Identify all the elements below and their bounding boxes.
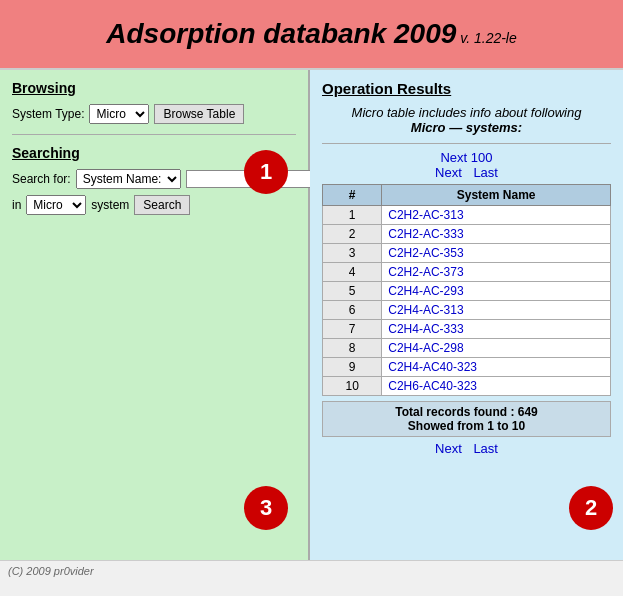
next100-link[interactable]: Next 100: [440, 150, 492, 165]
results-table: # System Name 1C2H2-AC-3132C2H2-AC-3333C…: [322, 184, 611, 396]
row-name: C2H6-AC40-323: [382, 377, 611, 396]
row-num: 9: [323, 358, 382, 377]
op-results-title: Operation Results: [322, 80, 611, 97]
nav-bottom-last-link[interactable]: Last: [473, 441, 498, 456]
table-row: 3C2H2-AC-353: [323, 244, 611, 263]
col-name-header: System Name: [382, 185, 611, 206]
search-system-row: in Micro Meso Macro system Search: [12, 195, 296, 215]
badge-3: 3: [244, 486, 288, 530]
right-panel: Operation Results Micro table includes i…: [310, 70, 623, 560]
divider-1: [12, 134, 296, 135]
table-row: 9C2H4-AC40-323: [323, 358, 611, 377]
table-row: 8C2H4-AC-298: [323, 339, 611, 358]
app-header: Adsorption databank 2009 v. 1.22-le: [0, 0, 623, 70]
row-num: 5: [323, 282, 382, 301]
system-name-link[interactable]: C2H4-AC-293: [388, 284, 463, 298]
badge-1: 1: [244, 150, 288, 194]
system-type-label: System Type:: [12, 107, 84, 121]
nav-bottom-next-link[interactable]: Next: [435, 441, 462, 456]
op-description: Micro table includes info about followin…: [322, 105, 611, 135]
table-row: 4C2H2-AC-373: [323, 263, 611, 282]
table-row: 6C2H4-AC-313: [323, 301, 611, 320]
row-name: C2H2-AC-353: [382, 244, 611, 263]
row-num: 3: [323, 244, 382, 263]
table-row: 2C2H2-AC-333: [323, 225, 611, 244]
row-num: 1: [323, 206, 382, 225]
badge-2: 2: [569, 486, 613, 530]
row-name: C2H4-AC-298: [382, 339, 611, 358]
search-field-select[interactable]: System Name: Adsorbent: Adsorbate:: [76, 169, 181, 189]
footer-text: (C) 2009 pr0vider: [8, 565, 94, 577]
row-name: C2H4-AC40-323: [382, 358, 611, 377]
system-label: system: [91, 198, 129, 212]
main-layout: Browsing System Type: Micro Meso Macro B…: [0, 70, 623, 560]
row-name: C2H4-AC-333: [382, 320, 611, 339]
row-num: 10: [323, 377, 382, 396]
row-num: 7: [323, 320, 382, 339]
row-name: C2H2-AC-313: [382, 206, 611, 225]
row-name: C2H2-AC-373: [382, 263, 611, 282]
row-name: C2H4-AC-293: [382, 282, 611, 301]
total-records: Total records found : 649 Showed from 1 …: [322, 401, 611, 437]
system-name-link[interactable]: C2H2-AC-333: [388, 227, 463, 241]
browsing-section-title: Browsing: [12, 80, 296, 96]
table-row: 10C2H6-AC40-323: [323, 377, 611, 396]
row-name: C2H4-AC-313: [382, 301, 611, 320]
row-num: 6: [323, 301, 382, 320]
system-name-link[interactable]: C2H2-AC-313: [388, 208, 463, 222]
search-button[interactable]: Search: [134, 195, 190, 215]
search-system-select[interactable]: Micro Meso Macro: [26, 195, 86, 215]
in-label: in: [12, 198, 21, 212]
row-name: C2H2-AC-333: [382, 225, 611, 244]
system-name-link[interactable]: C2H4-AC40-323: [388, 360, 477, 374]
nav-top-last-link[interactable]: Last: [473, 165, 498, 180]
row-num: 8: [323, 339, 382, 358]
system-type-select[interactable]: Micro Meso Macro: [89, 104, 149, 124]
system-name-link[interactable]: C2H2-AC-373: [388, 265, 463, 279]
row-num: 2: [323, 225, 382, 244]
row-num: 4: [323, 263, 382, 282]
table-row: 1C2H2-AC-313: [323, 206, 611, 225]
system-name-link[interactable]: C2H2-AC-353: [388, 246, 463, 260]
footer: (C) 2009 pr0vider: [0, 560, 623, 581]
system-name-link[interactable]: C2H6-AC40-323: [388, 379, 477, 393]
browse-table-button[interactable]: Browse Table: [154, 104, 244, 124]
system-name-link[interactable]: C2H4-AC-298: [388, 341, 463, 355]
results-divider: [322, 143, 611, 144]
table-row: 7C2H4-AC-333: [323, 320, 611, 339]
app-title: Adsorption databank 2009 v. 1.22-le: [10, 18, 613, 50]
nav-top-next-link[interactable]: Next: [435, 165, 462, 180]
browse-row: System Type: Micro Meso Macro Browse Tab…: [12, 104, 296, 124]
table-row: 5C2H4-AC-293: [323, 282, 611, 301]
system-name-link[interactable]: C2H4-AC-333: [388, 322, 463, 336]
nav-bottom: Next Last: [322, 441, 611, 456]
col-num-header: #: [323, 185, 382, 206]
system-name-link[interactable]: C2H4-AC-313: [388, 303, 463, 317]
nav-top: Next 100 Next Last: [322, 150, 611, 180]
search-for-label: Search for:: [12, 172, 71, 186]
left-panel: Browsing System Type: Micro Meso Macro B…: [0, 70, 310, 560]
